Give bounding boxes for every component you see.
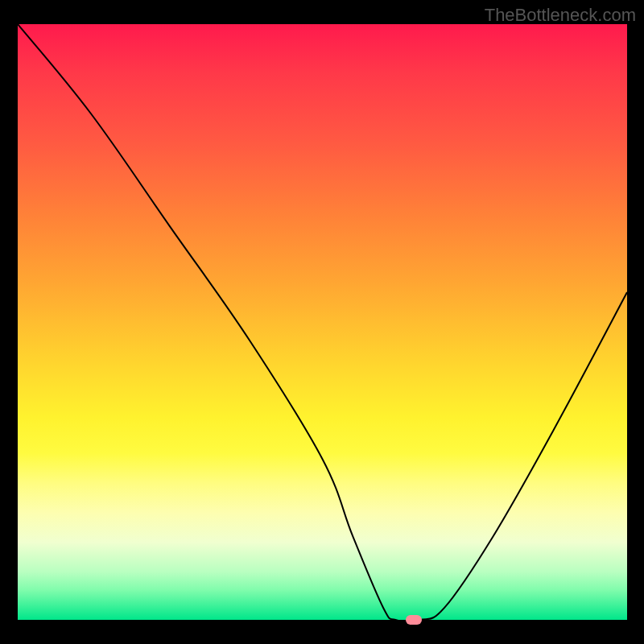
curve-svg [18, 24, 627, 620]
optimal-marker [406, 615, 422, 625]
bottleneck-chart [18, 24, 627, 620]
bottleneck-curve-path [18, 24, 627, 620]
watermark-text: TheBottleneck.com [485, 5, 636, 26]
